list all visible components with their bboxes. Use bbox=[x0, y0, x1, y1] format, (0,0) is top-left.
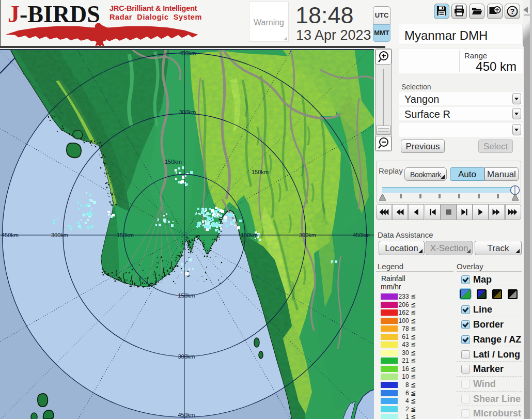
svg-text:150km: 150km bbox=[241, 232, 258, 238]
svg-text:150km: 150km bbox=[178, 292, 195, 299]
svg-text:450km: 450km bbox=[2, 232, 19, 238]
svg-text:150km: 150km bbox=[252, 169, 269, 175]
svg-text:450km: 450km bbox=[178, 412, 195, 418]
svg-text:300km: 300km bbox=[299, 232, 316, 238]
svg-text:150km: 150km bbox=[165, 159, 182, 165]
svg-text:300km: 300km bbox=[179, 109, 196, 115]
svg-text:300km: 300km bbox=[178, 353, 195, 360]
svg-text:?: ? bbox=[510, 7, 515, 15]
svg-text:150km: 150km bbox=[117, 232, 134, 238]
svg-text:450km: 450km bbox=[353, 232, 370, 238]
svg-text:300km: 300km bbox=[51, 232, 68, 238]
svg-text:450km: 450km bbox=[179, 50, 196, 56]
